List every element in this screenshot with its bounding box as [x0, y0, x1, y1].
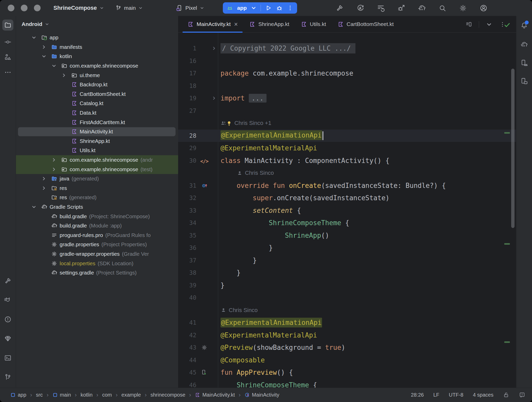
line-number[interactable]: 27 [178, 107, 196, 114]
vcs-branch-widget[interactable]: main [115, 5, 143, 11]
breadcrumb-item-kotlin[interactable]: kotlin [80, 392, 93, 398]
tree-expand-toggle[interactable] [51, 157, 61, 163]
code-line-37[interactable]: 37 } [178, 254, 516, 267]
tree-item-com-example-shrinecompose[interactable]: com.example.shrinecompose [16, 61, 178, 71]
code-line-45[interactable]: 45 fun AppPreview() { [178, 366, 516, 379]
code-line-28[interactable]: 28 @ExperimentalAnimationApi [178, 130, 516, 142]
run-play-button[interactable] [265, 4, 272, 12]
breadcrumb-item-main[interactable]: main [52, 392, 71, 398]
tree-item-local-properties[interactable]: local.properties (SDK Location) [16, 259, 178, 268]
running-devices-icon[interactable] [520, 77, 528, 85]
tree-item-settings-gradle[interactable]: settings.gradle (Project Settings) [16, 268, 178, 278]
tree-expand-toggle[interactable] [61, 72, 71, 78]
encoding-widget[interactable]: UTF-8 [449, 392, 463, 398]
code-line-36[interactable]: 36 } [178, 242, 516, 254]
notifications-bell-icon[interactable] [520, 22, 528, 30]
tree-item-proguard-rules-pro[interactable]: proguard-rules.pro (ProGuard Rules fo [16, 230, 178, 240]
tree-expand-toggle[interactable] [51, 167, 61, 172]
chevron-down-icon[interactable] [31, 204, 37, 210]
tab-cartbottomsheet-kt[interactable]: CartBottomSheet.kt [332, 16, 399, 32]
breadcrumb-item-example[interactable]: example [122, 392, 141, 398]
tree-item-build-gradle[interactable]: build.gradle (Project: ShrineCompose) [16, 212, 178, 221]
line-number[interactable]: 16 [178, 58, 196, 64]
code-line-42[interactable]: 42 @ExperimentalMaterialApi [178, 329, 516, 342]
lightbulb-icon[interactable] [226, 120, 232, 126]
tree-item-manifests[interactable]: manifests [16, 42, 178, 52]
chevron-down-icon[interactable] [51, 63, 57, 69]
code-line-40[interactable]: 40 [178, 291, 516, 304]
tree-expand-toggle[interactable] [31, 204, 41, 210]
chevron-right-icon[interactable] [212, 96, 217, 101]
tree-item-java[interactable]: java (generated) [16, 174, 178, 184]
tree-expand-toggle[interactable] [41, 44, 51, 50]
line-number[interactable]: 46 [178, 382, 196, 388]
caret-position-widget[interactable]: 28:26 [411, 392, 424, 398]
close-window-button[interactable] [8, 5, 14, 11]
tree-item-res[interactable]: res (generated) [16, 193, 178, 202]
tab-list-chevron-icon[interactable] [486, 21, 492, 28]
code-line-38[interactable]: 38 } [178, 267, 516, 279]
code-tag-icon[interactable]: </> [200, 157, 208, 165]
zoom-window-button[interactable] [34, 5, 41, 11]
account-icon[interactable] [480, 4, 488, 12]
code-line-46[interactable]: 46 ShrineComposeTheme { [178, 379, 516, 388]
notification-square-icon[interactable] [519, 392, 525, 398]
line-number[interactable]: 45 [178, 369, 196, 376]
line-number[interactable]: 19 [178, 95, 196, 102]
tree-item-res[interactable]: res [16, 184, 178, 193]
line-number[interactable]: 1 [178, 45, 196, 52]
chevron-right-icon[interactable] [61, 72, 67, 78]
code-line-29[interactable]: 29 @ExperimentalMaterialApi [178, 142, 516, 154]
tree-expand-toggle[interactable] [41, 53, 51, 59]
chevron-down-icon[interactable] [31, 35, 37, 40]
line-number[interactable]: 43 [178, 344, 196, 351]
gradle-elephant-icon[interactable] [520, 41, 528, 48]
breadcrumb-item-mainactivity-kt[interactable]: MainActivity.kt [195, 392, 235, 398]
lock-icon[interactable] [503, 392, 509, 398]
chevron-right-icon[interactable] [212, 46, 217, 51]
profiler-icon[interactable] [377, 4, 385, 12]
breadcrumb-item-shrinecompose[interactable]: shrinecompose [150, 392, 185, 398]
code-line-32[interactable]: 32 super.onCreate(savedInstanceState) [178, 192, 516, 204]
code-line-39[interactable]: 39 } [178, 279, 516, 292]
code-line-30[interactable]: 30 </> class MainActivity : ComponentAct… [178, 154, 516, 167]
logcat-cat-icon[interactable] [4, 296, 12, 304]
code-line-1[interactable]: 1 / Copyright 2022 Google LLC .../ [178, 42, 516, 55]
tree-expand-toggle[interactable] [31, 35, 41, 40]
tree-item-kotlin[interactable]: kotlin [16, 52, 178, 61]
code-line-41[interactable]: 41 @ExperimentalAnimationApi [178, 316, 516, 329]
line-number[interactable]: 32 [178, 195, 196, 201]
tree-item-utils-kt[interactable]: Utils.kt [16, 146, 178, 155]
line-number[interactable]: 28 [178, 132, 196, 139]
chevron-right-icon[interactable] [41, 176, 47, 181]
apply-changes-icon[interactable] [356, 4, 364, 12]
editor-scrollbar[interactable] [511, 69, 515, 228]
run-configuration[interactable]: app [237, 5, 247, 11]
line-number[interactable]: 31 [178, 182, 196, 189]
chevron-right-icon[interactable] [41, 185, 47, 191]
device-selector[interactable]: Pixel [176, 5, 204, 12]
tree-item-shrineapp-kt[interactable]: ShrineApp.kt [16, 136, 178, 146]
device-manager-icon[interactable] [520, 59, 528, 67]
tree-item-firstaddcartitem-kt[interactable]: FirstAddCartItem.kt [16, 117, 178, 127]
tree-item-catalog-kt[interactable]: Catalog.kt [16, 99, 178, 108]
tree-item-gradle-scripts[interactable]: Gradle Scripts [16, 202, 178, 212]
tree-item-mainactivity-kt[interactable]: MainActivity.kt [16, 127, 178, 136]
line-number[interactable]: 37 [178, 257, 196, 264]
project-folder-icon-active[interactable] [2, 20, 13, 31]
line-number[interactable]: 34 [178, 220, 196, 226]
line-number[interactable]: 30 [178, 157, 196, 164]
project-view-selector[interactable]: Android [16, 16, 178, 32]
preview-settings-gear-icon[interactable] [201, 344, 207, 351]
terminal-icon[interactable] [4, 354, 12, 362]
line-number[interactable]: 36 [178, 244, 196, 251]
search-everywhere-icon[interactable] [438, 4, 446, 12]
more-tool-windows-icon[interactable] [4, 69, 12, 76]
line-separator-widget[interactable]: LF [433, 392, 439, 398]
tree-item-cartbottomsheet-kt[interactable]: CartBottomSheet.kt [16, 89, 178, 99]
tree-item-data-kt[interactable]: Data.kt [16, 108, 178, 118]
commit-icon[interactable] [4, 38, 12, 46]
chevron-right-icon[interactable] [51, 167, 57, 172]
code-line-34[interactable]: 34 ShrineComposeTheme { [178, 217, 516, 229]
code-editor[interactable]: 1 / Copyright 2022 Google LLC .../ 16 17… [178, 33, 516, 388]
